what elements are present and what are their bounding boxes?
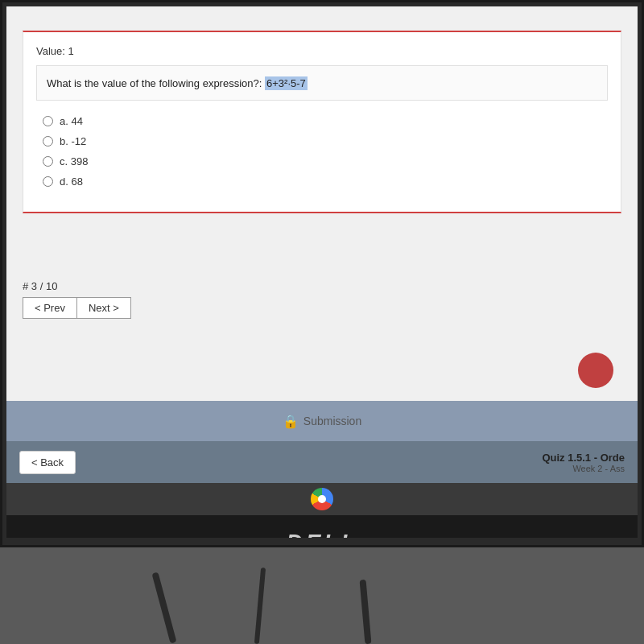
option-d: d. 68 [43,175,601,188]
red-circle-button[interactable] [578,353,613,388]
cables-area [0,564,644,644]
taskbar: < Back Quiz 1.5.1 - Orde Week 2 - Ass [6,441,638,483]
quiz-title: Quiz 1.5.1 - Orde [542,452,625,464]
next-button[interactable]: Next > [76,297,131,319]
radio-c[interactable] [43,156,53,167]
cable-1 [151,572,176,643]
prev-button[interactable]: < Prev [23,297,76,319]
question-expression: 6+3²·5-7 [265,76,308,90]
value-label: Value: 1 [36,45,608,57]
quiz-info: Quiz 1.5.1 - Orde Week 2 - Ass [542,452,625,473]
question-text: What is the value of the following expre… [47,76,308,90]
nav-buttons: < Prev Next > [23,297,621,319]
submission-icon: 🔒 [283,414,299,429]
option-a-label: a. 44 [60,115,83,127]
content-area: Value: 1 What is the value of the follow… [6,6,638,425]
option-a: a. 44 [43,115,601,127]
options-area: a. 44 b. -12 c. 398 d. 68 [36,112,608,199]
question-prefix: What is the value of the following expre… [47,77,262,89]
option-b-label: b. -12 [60,135,86,147]
cable-3 [360,580,372,644]
radio-b[interactable] [43,136,53,147]
cable-2 [254,568,266,644]
screen: Value: 1 What is the value of the follow… [6,6,638,538]
option-d-label: d. 68 [60,175,83,188]
dell-area: DELL [6,515,638,538]
submission-label: Submission [303,415,361,427]
question-box: What is the value of the following expre… [36,65,608,101]
chrome-area [6,483,638,515]
chrome-icon[interactable] [311,488,333,510]
page-indicator: # 3 / 10 [23,280,621,292]
radio-a[interactable] [43,116,53,126]
radio-d[interactable] [43,176,53,187]
back-button[interactable]: < Back [19,451,76,474]
submission-text: 🔒 Submission [283,414,361,429]
option-c-label: c. 398 [60,155,88,167]
quiz-card: Value: 1 What is the value of the follow… [23,31,621,213]
dell-logo: DELL [286,530,357,538]
option-c: c. 398 [43,155,601,167]
navigation-area: # 3 / 10 < Prev Next > [23,280,621,319]
quiz-subtitle: Week 2 - Ass [542,464,625,473]
option-b: b. -12 [43,135,601,147]
bottom-bar: 🔒 Submission [6,401,638,441]
chrome-inner [318,495,326,503]
